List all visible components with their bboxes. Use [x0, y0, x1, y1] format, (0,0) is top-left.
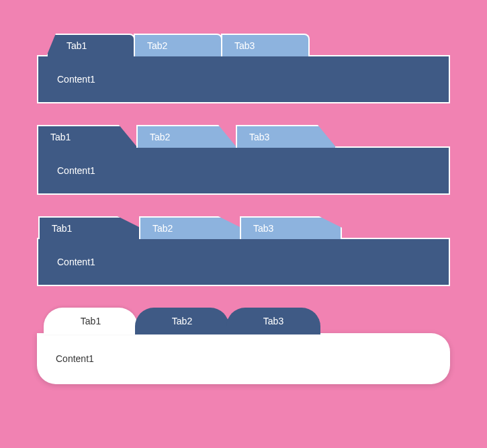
tab-1[interactable]: Tab1 [37, 125, 138, 148]
tab-2[interactable]: Tab2 [139, 216, 241, 239]
tab-content: Content1 [37, 146, 450, 195]
tab-1[interactable]: Tab1 [46, 34, 135, 56]
tab-2[interactable]: Tab2 [136, 125, 237, 148]
tab-widget-slant-left: Tab1 Tab2 Tab3 Content1 [37, 34, 450, 103]
tab-row: Tab1 Tab2 Tab3 [37, 125, 450, 148]
tab-widget-pentagon: Tab1 Tab2 Tab3 Content1 [37, 216, 450, 286]
tab-3[interactable]: Tab3 [221, 34, 310, 56]
tab-2[interactable]: Tab2 [135, 308, 229, 334]
tab-content: Content1 [37, 55, 450, 103]
tab-2[interactable]: Tab2 [134, 34, 222, 56]
tab-1[interactable]: Tab1 [44, 308, 138, 334]
tab-widget-slant-right: Tab1 Tab2 Tab3 Content1 [37, 125, 450, 195]
tab-row: Tab1 Tab2 Tab3 [44, 308, 450, 334]
tab-widget-rounded: Tab1 Tab2 Tab3 Content1 [37, 308, 450, 384]
tab-content: Content1 [37, 238, 450, 286]
tab-row: Tab1 Tab2 Tab3 [46, 34, 450, 56]
tab-row: Tab1 Tab2 Tab3 [38, 216, 450, 239]
tab-3[interactable]: Tab3 [236, 125, 337, 148]
tab-content: Content1 [37, 333, 450, 384]
tab-1[interactable]: Tab1 [38, 216, 140, 239]
tab-3[interactable]: Tab3 [240, 216, 342, 239]
tab-3[interactable]: Tab3 [226, 308, 320, 334]
